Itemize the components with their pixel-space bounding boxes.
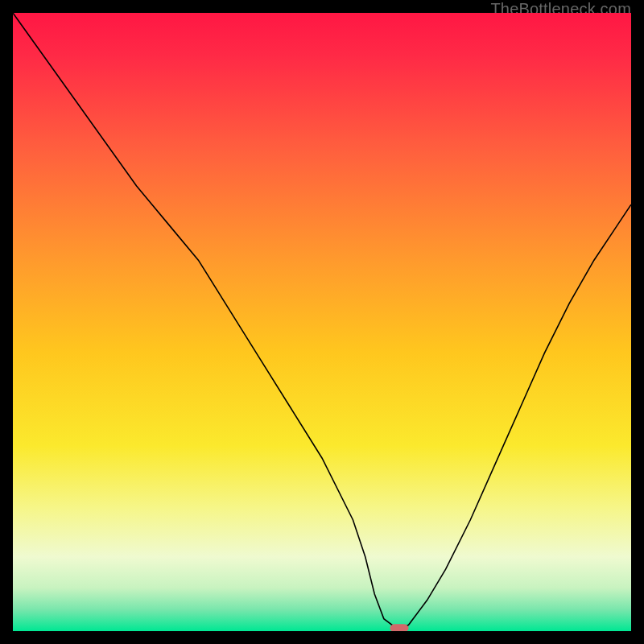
chart-frame: TheBottleneck.com (0, 0, 644, 644)
gradient-background (13, 13, 631, 631)
optimal-marker (390, 624, 408, 631)
bottleneck-chart (13, 13, 631, 631)
